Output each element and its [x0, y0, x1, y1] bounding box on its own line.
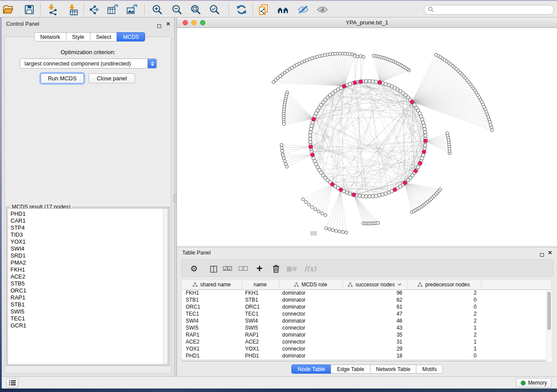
column-header-mcds-role[interactable]: MCDS role — [279, 280, 343, 289]
table-row[interactable]: PHD1PHD1dominator180 — [182, 352, 552, 359]
table-row[interactable]: ACE2ACE2connector311 — [182, 338, 552, 345]
import-table-icon[interactable] — [66, 3, 80, 16]
column-header-successor-nodes[interactable]: successor nodes — [343, 280, 407, 289]
list-item[interactable]: ORC1 — [8, 287, 168, 294]
list-scrollbar[interactable] — [163, 209, 168, 364]
export-network-icon[interactable] — [86, 3, 101, 16]
list-item[interactable]: RAP1 — [8, 294, 168, 301]
table-panel: Table Panel ✕ ⚙ ◫ ☑☑ ☐☐ + ▦⊗ f(x) shared… — [176, 247, 557, 376]
float-panel-icon[interactable] — [540, 251, 544, 258]
tab-network[interactable]: Network — [34, 32, 66, 41]
tab-mcds[interactable]: MCDS — [117, 32, 145, 41]
search-input[interactable] — [424, 5, 554, 15]
column-type-icon — [418, 282, 422, 287]
criterion-dropdown[interactable]: largest connected component (undirected) — [20, 58, 157, 69]
zoom-out-icon[interactable] — [170, 3, 184, 16]
toolbar-separator — [83, 3, 84, 15]
tab-style[interactable]: Style — [66, 32, 90, 41]
table-row[interactable]: SWI4SWI4dominator462 — [182, 317, 552, 324]
column-header-filler — [481, 280, 552, 289]
table-options-icon[interactable]: ⚙ — [187, 262, 201, 275]
list-item[interactable]: SWI5 — [8, 308, 168, 315]
column-header-shared-name[interactable]: shared name — [182, 280, 242, 289]
delete-row-icon[interactable] — [269, 262, 283, 275]
export-table-icon[interactable] — [105, 3, 120, 16]
network-window-titlebar[interactable]: YPA_prune.txt_1 — [177, 17, 557, 28]
close-panel-button[interactable]: Close panel — [89, 73, 135, 83]
add-row-icon[interactable]: + — [253, 262, 266, 275]
list-item[interactable]: YOX1 — [8, 238, 168, 245]
hide-selected-icon[interactable] — [296, 3, 311, 16]
control-panel-title: Control Panel — [6, 21, 39, 27]
float-panel-icon[interactable] — [157, 22, 161, 30]
list-item[interactable]: STB1 — [8, 301, 168, 308]
task-list-icon — [9, 380, 16, 386]
zoom-fit-icon[interactable] — [188, 3, 203, 16]
table-row[interactable]: YOX1YOX1connector291 — [182, 345, 552, 352]
run-mcds-button[interactable]: Run MCDS — [41, 73, 84, 83]
deselect-all-icon[interactable]: ☐☐ — [236, 262, 250, 275]
import-network-icon[interactable] — [45, 3, 60, 16]
network-canvas[interactable] — [177, 28, 557, 247]
tab-node-table[interactable]: Node Table — [291, 364, 331, 374]
list-item[interactable]: PHD1 — [8, 210, 168, 217]
mcds-result-groupbox: MCDS result (17 nodes) PHD1 CAR1 STP4 TI… — [6, 207, 170, 366]
export-image-icon[interactable] — [125, 3, 139, 16]
open-file-icon[interactable] — [0, 3, 15, 16]
close-window-icon[interactable] — [183, 20, 188, 25]
list-item[interactable]: GCR1 — [8, 322, 168, 329]
column-header-predecessor-nodes[interactable]: predecessor nodes — [407, 280, 481, 289]
list-item[interactable]: STP4 — [8, 224, 168, 231]
list-item[interactable]: PMA2 — [8, 259, 168, 266]
tab-motifs[interactable]: Motifs — [416, 364, 443, 374]
network-title: YPA_prune.txt_1 — [346, 19, 388, 26]
scrollbar-thumb[interactable] — [547, 292, 551, 330]
toolbar-separator — [228, 3, 229, 15]
table-row[interactable]: SWI5SWI5connector431 — [182, 324, 552, 331]
minimize-window-icon[interactable] — [191, 20, 197, 25]
table-row[interactable]: TEC1TEC1connector472 — [182, 310, 552, 317]
list-item[interactable]: STB5 — [8, 280, 168, 287]
duplicate-network-icon[interactable] — [256, 3, 271, 16]
show-all-icon[interactable] — [315, 3, 330, 16]
select-all-icon[interactable]: ☑☑ — [220, 262, 234, 275]
application-window: Control Panel ✕ Network Style Select MCD… — [0, 0, 557, 392]
memory-button[interactable]: Memory — [516, 378, 552, 388]
zoom-in-icon[interactable] — [150, 3, 165, 16]
save-session-icon[interactable] — [22, 3, 37, 16]
list-item[interactable]: FKH1 — [8, 266, 168, 273]
list-item[interactable]: SWI4 — [8, 245, 168, 252]
list-item[interactable]: CAR1 — [8, 217, 168, 224]
first-neighbors-icon[interactable] — [276, 3, 291, 16]
table-row[interactable]: RAP1RAP1dominator352 — [182, 331, 552, 338]
list-item[interactable]: TID3 — [8, 231, 168, 238]
desktop-edge-bottom — [0, 389, 557, 392]
tab-select[interactable]: Select — [90, 32, 118, 41]
list-item[interactable]: ACE2 — [8, 273, 168, 280]
zoom-selected-icon[interactable] — [207, 3, 222, 16]
apply-layout-icon[interactable] — [234, 3, 249, 16]
table-scrollbar[interactable] — [546, 290, 552, 361]
table-row[interactable]: FKH1FKH1dominator962 — [182, 289, 552, 296]
control-panel: Control Panel ✕ Network Style Select MCD… — [2, 17, 175, 376]
table-row[interactable]: ORC1ORC1dominator610 — [182, 303, 552, 310]
close-panel-icon[interactable]: ✕ — [548, 251, 552, 255]
mcds-result-list[interactable]: PHD1 CAR1 STP4 TID3 YOX1 SWI4 SRD1 PMA2 … — [7, 208, 168, 364]
toolbar-separator — [40, 3, 41, 15]
status-bar: Memory — [2, 376, 557, 389]
column-header-name[interactable]: name — [242, 280, 279, 289]
list-item[interactable]: SRD1 — [8, 252, 168, 259]
toolbar-separator — [253, 3, 253, 15]
column-type-icon — [193, 282, 197, 287]
show-columns-icon[interactable]: ◫ — [207, 262, 221, 275]
maximize-window-icon[interactable] — [200, 20, 205, 25]
table-row[interactable]: STB1STB1dominator620 — [182, 296, 552, 303]
tab-edge-table[interactable]: Edge Table — [331, 364, 370, 374]
canvas-splitter-grip[interactable] — [311, 231, 317, 235]
task-history-button[interactable] — [6, 378, 18, 388]
column-type-icon — [294, 282, 299, 287]
close-panel-icon[interactable]: ✕ — [166, 22, 170, 26]
network-graph[interactable] — [177, 28, 557, 247]
tab-network-table[interactable]: Network Table — [370, 364, 417, 374]
list-item[interactable]: TEC1 — [8, 315, 168, 322]
